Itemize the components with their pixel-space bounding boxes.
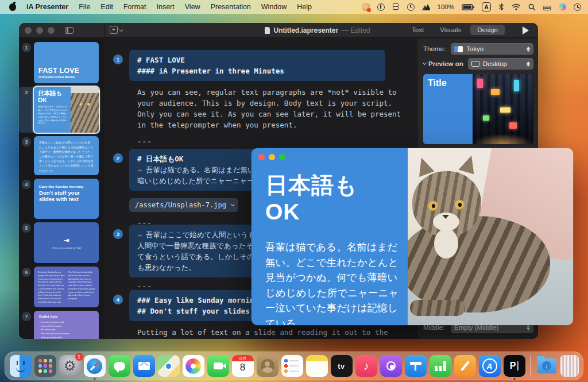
dock-messages-icon[interactable] (109, 355, 130, 377)
slide-thumbnail-6[interactable]: Seriously. Stop bothering people with wa… (34, 267, 99, 307)
tab-marker-icon: ⇥ (137, 230, 146, 239)
slide-row-6[interactable]: 6 Seriously. Stop bothering people with … (19, 267, 105, 307)
theme-dropdown[interactable]: Tokyo (451, 43, 533, 55)
minimize-button[interactable] (269, 154, 275, 160)
dock-safari-icon[interactable] (84, 355, 106, 377)
zoom-button[interactable] (279, 154, 285, 160)
siri-icon[interactable] (559, 3, 566, 11)
slide-kicker: Easy like Sunday morning (39, 184, 94, 188)
close-button[interactable] (258, 154, 265, 160)
dock-pages-icon[interactable] (454, 355, 476, 377)
add-slide-button[interactable]: + (110, 26, 122, 34)
mountain-icon[interactable] (422, 4, 430, 10)
slide-badge-2: 2 (113, 153, 123, 163)
slide-column-2: They'll be too distracted by the text to… (68, 271, 95, 303)
slide-row-2-selected[interactable]: 2 日本語もOK 吾輩は猫である。名前はまだ無い。どこで生れたかとんと見当がつか… (19, 87, 105, 133)
tab-visuals[interactable]: Visuals (433, 25, 468, 35)
play-button[interactable] (523, 26, 529, 34)
menu-extra-app-icon[interactable] (362, 3, 370, 11)
dock-downloads-icon[interactable]: ↓ (536, 355, 558, 377)
apple-menu-icon[interactable] (9, 3, 16, 11)
theme-preview-thumbnail[interactable]: Title (423, 74, 533, 144)
script-paragraph-1[interactable]: As you can see, regular text paragraphs … (137, 87, 401, 130)
heading-block-1[interactable]: # FAST LOVE #### iA Presenter in three M… (129, 50, 385, 81)
menu-insert[interactable]: Insert (156, 3, 174, 11)
tab-text[interactable]: Text (405, 25, 431, 35)
dock-launchpad-icon[interactable] (34, 355, 56, 377)
dock-app-store-icon[interactable]: A (479, 355, 501, 377)
dock-reminders-icon[interactable] (281, 355, 303, 377)
search-icon[interactable] (528, 2, 536, 11)
dock-calendar-icon[interactable]: 11月 8 (232, 355, 254, 377)
clock-icon[interactable] (574, 3, 581, 11)
dock-maps-icon[interactable] (158, 355, 180, 377)
dock-numbers-icon[interactable] (430, 355, 451, 377)
dock-system-settings-icon[interactable]: ⚙1 (59, 355, 81, 377)
dock-trash-icon[interactable] (560, 355, 579, 377)
dock-finder-icon[interactable] (10, 355, 32, 377)
slide-thumbnail-5[interactable]: ⇥ (This is the symbol for Tab) (34, 222, 99, 263)
battery-icon[interactable] (462, 2, 474, 11)
asset-tag[interactable]: /assets/Unsplash-7.jpg (129, 198, 238, 212)
window-titlebar[interactable]: + Untitled.iapresenter — Edited Text Vis… (19, 23, 538, 38)
menu-help[interactable]: Help (297, 3, 312, 11)
slide-row-3[interactable]: 3 吾輩はここで始めて人間というものを見た。しかもあとで聞くとそれは書生という人… (19, 136, 105, 175)
app-menu[interactable]: iA Presenter (26, 3, 68, 11)
slide-row-4[interactable]: 4 Easy like Sunday morning Don't stuff y… (19, 179, 105, 219)
slide-preview-window[interactable]: 日本語も OK 吾輩は猫である。名前はまだ無い。どこで生れたかとんと見当がつかぬ… (252, 148, 573, 325)
dock-notes-icon[interactable] (306, 355, 328, 377)
dock-ia-presenter-icon[interactable]: P (504, 355, 525, 377)
script-paragraph-2[interactable]: Putting a lot of text on a slide and rea… (137, 327, 388, 338)
zoom-button[interactable] (48, 27, 55, 34)
slide-number: 1 (22, 43, 31, 52)
bluetooth-icon[interactable] (498, 2, 504, 11)
cat-eye-left (428, 201, 438, 211)
slide-body: 吾輩はここで始めて人間というものを見た。しかもあとで聞くとそれは書生という人間中… (39, 141, 94, 173)
dock-podcasts-icon[interactable] (380, 355, 402, 377)
minimize-button[interactable] (36, 27, 43, 34)
slide-thumbnail-2[interactable]: 日本語もOK 吾輩は猫である。名前はまだ無い。どこで生れたかとんと見当がつかぬ。… (34, 87, 99, 133)
dock-photos-icon[interactable] (183, 355, 204, 377)
sidebar-toggle-icon[interactable] (65, 27, 74, 34)
preview-title-pane: Title (423, 74, 473, 144)
slide-number: 7 (22, 312, 31, 321)
dock-separator (530, 355, 531, 377)
dock-contacts-icon[interactable] (257, 355, 278, 377)
history-icon[interactable] (407, 3, 415, 11)
input-source-icon[interactable]: A (482, 2, 491, 11)
slide-row-5[interactable]: 5 ⇥ (This is the symbol for Tab) (19, 222, 105, 263)
battery-percent: 100% (438, 2, 454, 11)
edited-status: — Edited (342, 26, 370, 34)
slide-thumbnail-3[interactable]: 吾輩はここで始めて人間というものを見た。しかもあとで聞くとそれは書生という人間中… (34, 136, 99, 175)
menu-view[interactable]: View (185, 3, 200, 11)
stack-icon[interactable] (392, 3, 400, 11)
dock-apple-tv-icon[interactable]: tv (331, 355, 353, 377)
control-center-icon[interactable] (543, 3, 551, 10)
slide-badge-1: 1 (113, 55, 123, 64)
dock-facetime-icon[interactable] (207, 355, 229, 377)
notification-badge: 1 (75, 353, 83, 361)
tab-design[interactable]: Design (470, 25, 505, 35)
menu-presentation[interactable]: Presentation (211, 3, 251, 11)
chevron-down-icon[interactable] (231, 202, 235, 206)
slide-badge-3: 3 (113, 229, 123, 239)
wifi-icon[interactable] (512, 2, 521, 11)
menu-window[interactable]: Window (261, 3, 287, 11)
disclosure-chevron-icon[interactable] (423, 61, 427, 65)
slide-thumbnail-7[interactable]: Bullet lists Increase cognitive load Loo… (34, 311, 99, 339)
cat-ear-right (458, 153, 478, 175)
slide-row-1[interactable]: 1 FAST LOVE iA Presenter in three Minute… (19, 42, 105, 83)
menu-edit[interactable]: Edit (100, 3, 113, 11)
close-button[interactable] (25, 27, 32, 34)
dock-music-icon[interactable]: ♪ (355, 355, 377, 377)
slide-row-7[interactable]: 7 Bullet lists Increase cognitive load L… (19, 311, 105, 339)
slide-thumbnail-4[interactable]: Easy like Sunday morning Don't stuff you… (34, 179, 99, 219)
dock-mail-icon[interactable] (133, 355, 155, 377)
slide-number: 4 (22, 180, 31, 189)
slide-thumbnail-1[interactable]: FAST LOVE iA Presenter in three Minutes (34, 42, 99, 83)
dock-keynote-icon[interactable] (405, 355, 427, 377)
device-dropdown[interactable]: Desktop (468, 58, 533, 70)
menu-file[interactable]: File (79, 3, 90, 11)
menu-extra-pause-icon[interactable] (377, 3, 385, 11)
menu-format[interactable]: Format (123, 3, 146, 11)
